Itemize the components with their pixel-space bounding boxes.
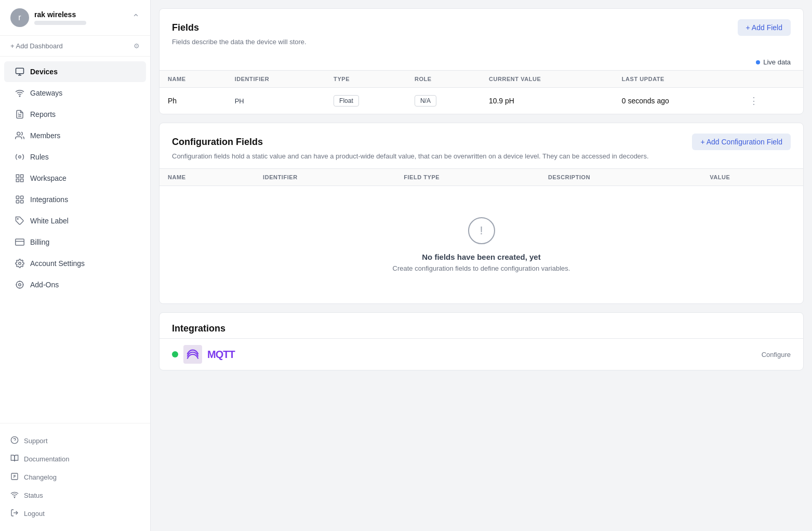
svg-point-6 (17, 132, 20, 135)
sidebar-item-rules[interactable]: Rules (4, 147, 146, 167)
changelog-label: Changelog (24, 473, 57, 481)
col-current-value: CURRENT VALUE (481, 71, 614, 88)
integrations-title: Integrations (172, 323, 791, 334)
logout-label: Logout (24, 510, 45, 517)
row-menu-button[interactable]: ⋮ (745, 94, 763, 108)
sidebar-footer: Support Documentation Changelog Status L… (0, 423, 150, 531)
account-settings-label: Account Settings (30, 259, 85, 268)
type-badge: Float (334, 95, 359, 107)
sidebar-item-members[interactable]: Members (4, 125, 146, 146)
sidebar-item-integrations[interactable]: Integrations (4, 189, 146, 210)
mqtt-name: MQTT (207, 349, 235, 361)
settings-gear-icon[interactable]: ⚙ (134, 42, 140, 50)
config-fields-title: Configuration Fields (172, 137, 263, 148)
status-icon (10, 490, 19, 500)
col-identifier: IDENTIFIER (227, 71, 325, 88)
reports-label: Reports (30, 110, 56, 118)
sidebar-item-add-ons[interactable]: Add-Ons (4, 274, 146, 295)
footer-item-logout[interactable]: Logout (4, 505, 146, 523)
integration-item-mqtt: MQTT (172, 345, 235, 364)
svg-rect-8 (16, 175, 19, 177)
documentation-label: Documentation (24, 455, 69, 463)
integrations-label: Integrations (30, 195, 68, 204)
fields-card: Fields + Add Field Fields describe the d… (159, 8, 804, 114)
role-badge: N/A (415, 95, 436, 107)
sidebar-item-devices[interactable]: Devices (4, 61, 146, 82)
billing-label: Billing (30, 238, 49, 246)
org-info: rak wireless (34, 10, 127, 25)
svg-rect-10 (21, 179, 23, 182)
empty-state: ! No fields have been created, yet Creat… (159, 186, 803, 303)
sidebar-item-reports[interactable]: Reports (4, 104, 146, 125)
configure-button[interactable]: Configure (762, 351, 791, 359)
mqtt-active-dot (172, 351, 178, 357)
svg-point-7 (19, 156, 21, 158)
add-dashboard-row: + Add Dashboard ⚙ (0, 36, 150, 57)
svg-rect-11 (16, 179, 19, 182)
live-dot-icon (756, 60, 760, 64)
add-dashboard-button[interactable]: + Add Dashboard (10, 42, 63, 50)
svg-rect-17 (16, 239, 24, 245)
rules-icon (15, 152, 25, 162)
add-config-field-button[interactable]: + Add Configuration Field (692, 134, 791, 150)
cfg-col-name: NAME (159, 169, 255, 186)
reports-icon (15, 109, 25, 120)
svg-point-20 (19, 284, 21, 286)
field-last-update: 0 seconds ago (614, 88, 737, 114)
documentation-icon (10, 454, 19, 464)
avatar: r (10, 8, 29, 27)
field-identifier: PH (227, 88, 325, 114)
sidebar-item-billing[interactable]: Billing (4, 232, 146, 253)
svg-rect-15 (16, 201, 19, 203)
footer-item-support[interactable]: Support (4, 432, 146, 450)
org-name: rak wireless (34, 10, 127, 19)
sidebar-chevron-icon[interactable]: ⌃ (132, 12, 140, 23)
field-role: N/A (406, 88, 481, 114)
field-type: Float (325, 88, 406, 114)
devices-icon (15, 67, 25, 77)
devices-label: Devices (30, 68, 58, 76)
footer-item-status[interactable]: Status (4, 486, 146, 505)
live-data-indicator: Live data (159, 54, 803, 70)
sidebar-item-workspace[interactable]: Workspace (4, 168, 146, 189)
svg-rect-9 (21, 175, 23, 177)
empty-state-title: No fields have been created, yet (422, 253, 540, 261)
live-data-label: Live data (763, 58, 791, 66)
account-settings-icon (15, 258, 25, 269)
add-ons-icon (15, 280, 25, 290)
config-fields-card: Configuration Fields + Add Configuration… (159, 123, 804, 304)
footer-item-documentation[interactable]: Documentation (4, 450, 146, 468)
support-label: Support (24, 437, 48, 445)
fields-table: NAME IDENTIFIER TYPE ROLE CURRENT VALUE … (159, 70, 803, 114)
sidebar-item-white-label[interactable]: White Label (4, 210, 146, 231)
sidebar-item-account-settings[interactable]: Account Settings (4, 253, 146, 274)
cfg-col-description: DESCRIPTION (540, 169, 701, 186)
support-icon (10, 436, 19, 446)
sidebar-item-gateways[interactable]: Gateways (4, 83, 146, 103)
add-field-button[interactable]: + Add Field (738, 19, 791, 36)
config-fields-table: NAME IDENTIFIER FIELD TYPE DESCRIPTION V… (159, 168, 803, 186)
status-label: Status (24, 492, 43, 499)
svg-rect-0 (16, 68, 24, 74)
integrations-icon (15, 194, 25, 205)
field-current-value: 10.9 pH (481, 88, 614, 114)
mqtt-logo-icon (183, 345, 202, 364)
svg-point-21 (16, 281, 23, 288)
svg-rect-13 (21, 196, 23, 198)
fields-subtitle: Fields describe the data the device will… (159, 36, 803, 54)
sidebar-nav: Devices Gateways Reports Members (0, 57, 150, 423)
sidebar-header: r rak wireless ⌃ (0, 0, 150, 36)
svg-point-28 (14, 497, 15, 498)
col-last-update: LAST UPDATE (614, 71, 737, 88)
col-name: NAME (159, 71, 227, 88)
white-label-nav-label: White Label (30, 217, 69, 225)
fields-title: Fields (172, 22, 199, 33)
footer-item-changelog[interactable]: Changelog (4, 468, 146, 486)
svg-point-16 (18, 219, 19, 220)
svg-rect-14 (21, 201, 23, 203)
workspace-icon (15, 173, 25, 183)
col-actions (737, 71, 803, 88)
gateways-icon (15, 88, 25, 98)
empty-state-subtitle: Create configuration fields to define co… (393, 264, 570, 272)
white-label-icon (15, 216, 25, 226)
